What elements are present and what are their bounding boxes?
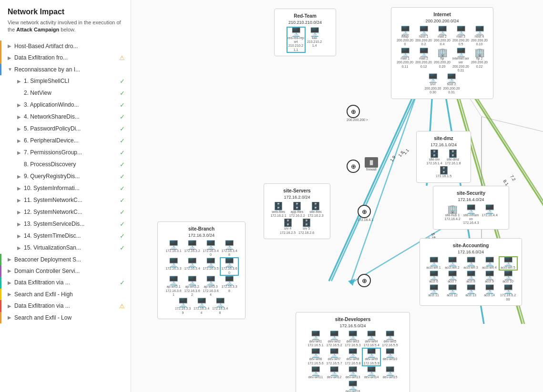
expand-arrow-icon[interactable]: ▶ bbox=[17, 233, 24, 239]
expand-arrow-icon[interactable]: ▼ bbox=[8, 67, 14, 72]
expand-arrow-icon[interactable]: ▶ bbox=[8, 43, 14, 49]
sidebar-item-app-window[interactable]: ▶3. ApplicationWindo...✓ bbox=[0, 99, 131, 111]
firewall: ▓ firewall bbox=[365, 157, 378, 171]
sidebar-item-label: Host-Based Artifact dro... bbox=[14, 43, 125, 50]
node-item: 🖥️dev-wrt1172.16.5.1 bbox=[307, 331, 324, 348]
expand-arrow-icon[interactable]: ▶ bbox=[8, 291, 14, 297]
router-2: ⊕ bbox=[347, 160, 360, 173]
sidebar-item-search-exfil-low[interactable]: ▶Search and Exfil - Low bbox=[0, 312, 131, 323]
sidebar-item-label: 8. ProcessDiscovery bbox=[24, 161, 118, 168]
sidebar-item-host-based[interactable]: ▶Host-Based Artifact dro... bbox=[0, 40, 131, 52]
node-item: 🖥️ host 1200.200.200.2 bbox=[415, 26, 432, 47]
expand-arrow-icon[interactable]: ▶ bbox=[8, 268, 14, 273]
expand-arrow-icon[interactable]: ▶ bbox=[8, 315, 14, 320]
node-item: 🖥️acct 7 bbox=[444, 271, 461, 283]
node-item: 🖥️dev-wrt2172.16.5.2 bbox=[326, 331, 343, 348]
sidebar-item-virtualization[interactable]: ▶15. VirtualizationSan...✓ bbox=[0, 242, 131, 254]
router-1: ⊕ 200.200.200 > bbox=[347, 105, 368, 121]
sidebar-item-beaconer[interactable]: ▶Beaconer Deployment S... bbox=[0, 254, 131, 265]
node-item: 🖥️ap-wrt3.1172.16.3.61 bbox=[165, 276, 182, 297]
node-site-servers: site-Servers172.16.2.0/24 🗄️ web-files17… bbox=[264, 183, 330, 239]
node-item: 🖥️ mail 2200.200.200.4 bbox=[434, 26, 451, 47]
expand-arrow-icon[interactable]: ▶ bbox=[8, 257, 14, 262]
sidebar-item-label: 11. SystemNetworkC... bbox=[24, 197, 118, 203]
warning-icon: ⚠ bbox=[119, 302, 125, 310]
node-item: 🖥️acct-wrt 1 bbox=[425, 257, 442, 270]
network-diagram: 1.9 1.8 1.1 8.1 7.2 5.3 5.5 5.3 Red-Team… bbox=[131, 0, 543, 392]
sidebar-item-system-network-1[interactable]: ▶11. SystemNetworkC...✓ bbox=[0, 194, 131, 206]
node-item: 🗄️172.16.1.5 bbox=[435, 167, 452, 178]
node-item: 🖥️172.16.3.60 bbox=[221, 258, 238, 275]
node-red-team-title: Red-Team210.210.210.0/24 bbox=[278, 13, 332, 26]
sidebar-item-system-time[interactable]: ▶14. SystemTimeDisc...✓ bbox=[0, 230, 131, 242]
node-item: 🖥️dev-wrt12 bbox=[326, 367, 343, 379]
expand-arrow-icon[interactable]: ▶ bbox=[17, 114, 24, 120]
check-icon: ✓ bbox=[120, 232, 125, 240]
sidebar-item-data-exfil-1[interactable]: ▶Data Exfiltration fro...⚠ bbox=[0, 52, 131, 64]
svg-line-13 bbox=[482, 117, 543, 136]
expand-arrow-icon[interactable]: ▶ bbox=[8, 280, 14, 285]
node-item: 🖥️dev-wrt14 bbox=[363, 367, 380, 379]
expand-arrow-icon[interactable]: ▶ bbox=[17, 245, 24, 251]
expand-arrow-icon[interactable]: ▶ bbox=[17, 198, 24, 203]
node-item: 🗄️site-srv172.16.1.4 bbox=[426, 150, 443, 166]
node-item: 🖥️dev-wrt4172.16.5.4 bbox=[363, 331, 380, 348]
expand-arrow-icon[interactable]: ▶ bbox=[17, 210, 24, 215]
expand-arrow-icon[interactable]: ▶ bbox=[17, 221, 24, 227]
sidebar-item-system-service[interactable]: ▶13. SystemServiceDis...✓ bbox=[0, 218, 131, 230]
node-item: 🖥️dev-wrt16 bbox=[344, 381, 361, 392]
sidebar-item-label: 12. SystemNetworkC... bbox=[24, 209, 118, 215]
expand-arrow-icon[interactable]: ▶ bbox=[17, 102, 24, 108]
node-item: 🖥️ internet server200.200.200.21 bbox=[452, 48, 470, 73]
node-item: 🖥️dev-wrt3172.16.5.3 bbox=[344, 331, 361, 348]
node-site-developers: site-Developers172.16.5.0/24 🖥️dev-wrt11… bbox=[296, 312, 410, 392]
sidebar-item-system-network-2[interactable]: ▶12. SystemNetworkC...✓ bbox=[0, 206, 131, 218]
expand-arrow-icon[interactable]: ▶ bbox=[17, 138, 24, 143]
sidebar-item-label: Search and Exfil - Low bbox=[14, 314, 125, 321]
sidebar-item-simple-shell[interactable]: ▶1. SimpleShellCLI✓ bbox=[0, 75, 131, 87]
sidebar-item-label: Data Exfiltration via ... bbox=[14, 302, 117, 309]
sidebar-item-data-exfil-3[interactable]: ▶Data Exfiltration via ...⚠ bbox=[0, 300, 131, 312]
sidebar-item-net-view[interactable]: 2. NetView✓ bbox=[0, 87, 131, 99]
sidebar-item-query-registry[interactable]: ▶9. QueryRegistryDis...✓ bbox=[0, 171, 131, 182]
node-internet: Internet200.200.200.0/24 🖥️ iMap200.200.… bbox=[391, 7, 493, 99]
check-icon: ✓ bbox=[120, 161, 125, 168]
expand-arrow-icon[interactable]: ▶ bbox=[8, 303, 14, 309]
node-item: 🖥️172.16.3.5 bbox=[202, 258, 219, 275]
expand-arrow-icon[interactable]: ▶ bbox=[17, 174, 24, 179]
expand-arrow-icon[interactable]: ▶ bbox=[17, 186, 24, 191]
expand-arrow-icon[interactable]: ▶ bbox=[17, 79, 24, 84]
sidebar-item-data-exfil-2[interactable]: ▶Data Exfiltration via ...✓ bbox=[0, 277, 131, 289]
sidebar-item-search-exfil-high[interactable]: ▶Search and Exfil - High bbox=[0, 289, 131, 300]
check-icon: ✓ bbox=[120, 90, 125, 97]
node-item: 🖥️acct 6 bbox=[425, 271, 442, 283]
node-red-team-grid: 🖥️ red-red-report210.210.21.1 🖥️ kali210… bbox=[278, 28, 332, 52]
check-icon: ✓ bbox=[120, 209, 125, 216]
node-site-dmz: site-dmz172.16.1.0/24 🗄️site-srv172.16.1… bbox=[416, 131, 471, 183]
check-icon: ✓ bbox=[120, 101, 125, 109]
sidebar-item-process-disc[interactable]: 8. ProcessDiscovery✓ bbox=[0, 159, 131, 171]
sidebar-item-domain-ctrl[interactable]: ▶Domain Controller Servi... bbox=[0, 265, 131, 277]
sidebar-item-network-share[interactable]: ▶4. NetworkShareDis...✓ bbox=[0, 111, 131, 123]
node-item: 🖥️acct-wrt 5 bbox=[500, 257, 517, 270]
sidebar-item-label: Data Exfiltration fro... bbox=[14, 54, 117, 61]
node-item: 🖥️172.16.3.40 bbox=[202, 241, 219, 257]
node-item: 🖥️dev-wrt5172.16.5.5 bbox=[381, 331, 399, 348]
sidebar-item-password-policy[interactable]: ▶5. PasswordPolicyDi...✓ bbox=[0, 123, 131, 135]
node-site-accounting-title: site-Accounting172.16.6.0/24 bbox=[424, 242, 518, 255]
node-site-branch-title: site-Branch172.16.3.0/24 bbox=[162, 226, 241, 239]
expand-arrow-icon[interactable]: ▶ bbox=[17, 126, 24, 131]
sidebar-item-recon[interactable]: ▼Reconnaissance by an I... bbox=[0, 64, 131, 75]
sidebar-item-label: Beaconer Deployment S... bbox=[14, 256, 125, 263]
node-item: 🗄️site-dmz172.16.1.8 bbox=[444, 150, 461, 166]
expand-arrow-icon[interactable]: ▶ bbox=[17, 150, 24, 155]
expand-arrow-icon[interactable]: ▶ bbox=[8, 55, 14, 60]
svg-text:7.2: 7.2 bbox=[509, 174, 516, 182]
sidebar-item-permissions[interactable]: ▶7. PermissionsGroup...✓ bbox=[0, 147, 131, 159]
sidebar-item-peripheral[interactable]: ▶6. PeripheralDevice...✓ bbox=[0, 135, 131, 147]
sidebar-item-label: 10. SystemInformati... bbox=[24, 185, 118, 191]
sidebar-item-system-info[interactable]: ▶10. SystemInformati...✓ bbox=[0, 182, 131, 194]
check-icon: ✓ bbox=[120, 113, 125, 121]
node-item: 🖥️ mail 3200.200.200.5 bbox=[452, 26, 470, 47]
svg-text:8.1: 8.1 bbox=[502, 179, 509, 186]
